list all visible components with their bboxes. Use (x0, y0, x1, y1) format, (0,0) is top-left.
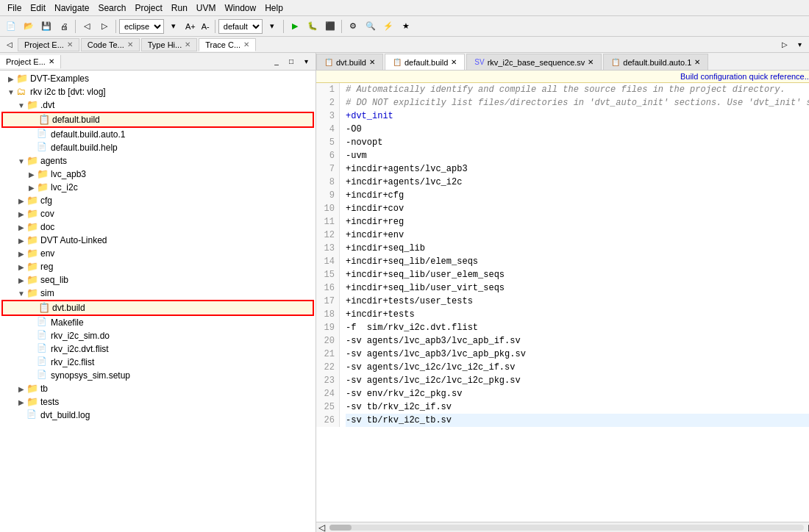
perspbar-tab-trace[interactable]: Trace C... ✕ (199, 38, 256, 51)
expand-arrow[interactable]: ▼ (6, 88, 16, 96)
menu-run[interactable]: Run (167, 1, 192, 15)
tree-rkv-i2c-sim-do[interactable]: 📄 rkv_i2c_sim.do (1, 329, 314, 342)
expand-arrow[interactable]: ▶ (26, 170, 37, 179)
editor-area[interactable]: 1234567891011121314151617181920212223242… (316, 83, 809, 522)
perspbar-tab-trace-close[interactable]: ✕ (243, 40, 249, 48)
toolbar-a-minus[interactable]: A- (199, 22, 212, 31)
expand-arrow[interactable]: ▼ (16, 157, 26, 165)
scroll-left-btn[interactable]: ◁ (316, 522, 327, 533)
expand-arrow[interactable]: ▶ (16, 398, 26, 406)
expand-arrow[interactable]: ▶ (26, 184, 37, 192)
toolbar-compile[interactable]: ⚙ (345, 18, 361, 35)
expand-arrow[interactable]: ▼ (16, 101, 26, 109)
tree-dvt-build[interactable]: 📋 dvt.build (1, 300, 314, 316)
menu-help[interactable]: Help (260, 1, 288, 15)
toolbar-new[interactable]: 📄 (3, 18, 19, 35)
toolbar-forward[interactable]: ▷ (96, 18, 113, 35)
menu-edit[interactable]: Edit (26, 1, 50, 15)
perspbar-down[interactable]: ▾ (793, 38, 806, 51)
menu-project[interactable]: Project (130, 1, 166, 15)
menu-uvm[interactable]: UVM (192, 1, 221, 15)
expand-arrow[interactable]: ▶ (16, 197, 26, 205)
toolbar-workspace-combo[interactable]: eclipse (119, 19, 164, 34)
toolbar-extra1[interactable]: ⚡ (380, 18, 396, 35)
toolbar-back[interactable]: ◁ (79, 18, 95, 35)
tree-tests[interactable]: ▶ 📁 tests (1, 395, 314, 409)
expand-arrow[interactable]: ▶ (16, 263, 26, 271)
tree-agents[interactable]: ▼ 📁 agents (1, 154, 314, 168)
tree-synopsys-sim-setup[interactable]: 📄 synopsys_sim.setup (1, 369, 314, 382)
toolbar-profile-btn[interactable]: ▾ (264, 18, 280, 35)
editor-tab-close[interactable]: ✕ (451, 58, 457, 66)
expand-arrow[interactable]: ▶ (16, 210, 26, 218)
perspbar-tab-code[interactable]: Code Te... ✕ (81, 38, 140, 51)
toolbar-search[interactable]: 🔍 (363, 18, 379, 35)
tree-sim[interactable]: ▼ 📁 sim (1, 287, 314, 300)
perspbar-tab-type-close[interactable]: ✕ (185, 40, 190, 48)
toolbar-profile-combo[interactable]: default (218, 19, 263, 34)
perspbar-next[interactable]: ▷ (778, 38, 791, 51)
perspbar-tab-project-close[interactable]: ✕ (67, 40, 73, 48)
toolbar-workspace-btn[interactable]: ▾ (165, 18, 182, 35)
menu-window[interactable]: Window (220, 1, 260, 15)
toolbar-debug[interactable]: 🐛 (304, 18, 321, 35)
tree-makefile[interactable]: 📄 Makefile (1, 316, 314, 329)
scrollbar-thumb[interactable] (329, 525, 352, 531)
toolbar-stop[interactable]: ⬛ (322, 18, 338, 35)
tree-dvt-autolinked[interactable]: ▶ 📁 DVT Auto-Linked (1, 234, 314, 247)
tree-reg[interactable]: ▶ 📁 reg (1, 260, 314, 273)
tree-dvt-build-log[interactable]: 📄 dvt_build.log (1, 409, 314, 422)
tree-dvt-folder[interactable]: ▼ 📁 .dvt (1, 98, 314, 112)
tree-rkv-i2c-flist[interactable]: 📄 rkv_i2c.flist (1, 356, 314, 369)
tree-cov[interactable]: ▶ 📁 cov (1, 207, 314, 220)
menu-file[interactable]: File (3, 1, 26, 15)
editor-tab-sv[interactable]: SV rkv_i2c_base_sequence.sv ✕ (466, 54, 602, 70)
editor-tab-dvt-build[interactable]: 📋 dvt.build ✕ (316, 54, 383, 70)
toolbar-print[interactable]: 🖨 (56, 18, 72, 35)
menu-navigate[interactable]: Navigate (50, 1, 93, 15)
expand-arrow[interactable]: ▶ (6, 75, 16, 83)
tree-default-build[interactable]: 📋 default.build (1, 112, 314, 128)
toolbar-save[interactable]: 💾 (38, 18, 54, 35)
panel-maximize[interactable]: □ (285, 55, 298, 68)
panel-tab-project-explorer[interactable]: Project E... ✕ (0, 55, 61, 68)
expand-arrow[interactable]: ▼ (16, 290, 26, 298)
tree-rkv-i2c-tb[interactable]: ▼ 🗂 rkv i2c tb [dvt: vlog] (1, 85, 314, 98)
perspbar-tab-type[interactable]: Type Hi... ✕ (141, 38, 197, 51)
expand-arrow[interactable]: ▶ (16, 223, 26, 231)
tree-default-build-auto[interactable]: 📄 default.build.auto.1 (1, 128, 314, 141)
tree-default-build-help[interactable]: 📄 default.build.help (1, 141, 314, 154)
toolbar-run[interactable]: ▶ (287, 18, 303, 35)
panel-view-menu[interactable]: ▾ (299, 55, 313, 68)
perspbar-tab-code-close[interactable]: ✕ (127, 40, 133, 48)
tree-dvt-examples[interactable]: ▶ 📁 DVT-Examples (1, 72, 314, 85)
toolbar-open[interactable]: 📂 (21, 18, 37, 35)
expand-arrow[interactable]: ▶ (16, 385, 26, 393)
editor-scrollbar[interactable]: ◁ ▷ (316, 522, 809, 532)
perspbar-tab-project[interactable]: Project E... ✕ (18, 38, 79, 51)
editor-tab-close[interactable]: ✕ (369, 58, 375, 66)
quick-ref-bar[interactable]: Build configuration quick reference... (316, 71, 809, 83)
expand-arrow[interactable]: ▶ (16, 276, 26, 284)
perspbar-prev[interactable]: ◁ (3, 38, 16, 51)
menu-search[interactable]: Search (93, 1, 130, 15)
tree-lvc-apb3[interactable]: ▶ 📁 lvc_apb3 (1, 168, 314, 181)
editor-tab-close[interactable]: ✕ (588, 58, 594, 66)
tree-seq-lib[interactable]: ▶ 📁 seq_lib (1, 273, 314, 287)
editor-tab-auto1[interactable]: 📋 default.build.auto.1 ✕ (603, 54, 708, 70)
scrollbar-track[interactable] (329, 525, 804, 531)
expand-arrow[interactable]: ▶ (16, 250, 26, 258)
tree-cfg[interactable]: ▶ 📁 cfg (1, 194, 314, 207)
tree-rkv-i2c-dvt-flist[interactable]: 📄 rkv_i2c.dvt.flist (1, 342, 314, 356)
panel-minimize[interactable]: _ (270, 55, 283, 68)
toolbar-extra2[interactable]: ★ (398, 18, 414, 35)
toolbar-a-plus[interactable]: A+ (183, 22, 198, 31)
panel-tab-project-close[interactable]: ✕ (49, 57, 54, 65)
editor-tab-close[interactable]: ✕ (694, 58, 700, 66)
tree-doc[interactable]: ▶ 📁 doc (1, 220, 314, 234)
tree-lvc-i2c[interactable]: ▶ 📁 lvc_i2c (1, 181, 314, 194)
tree-env[interactable]: ▶ 📁 env (1, 247, 314, 260)
tree-tb[interactable]: ▶ 📁 tb (1, 382, 314, 395)
expand-arrow[interactable]: ▶ (16, 237, 26, 245)
editor-tab-default-build[interactable]: 📋 default.build ✕ (385, 54, 465, 70)
